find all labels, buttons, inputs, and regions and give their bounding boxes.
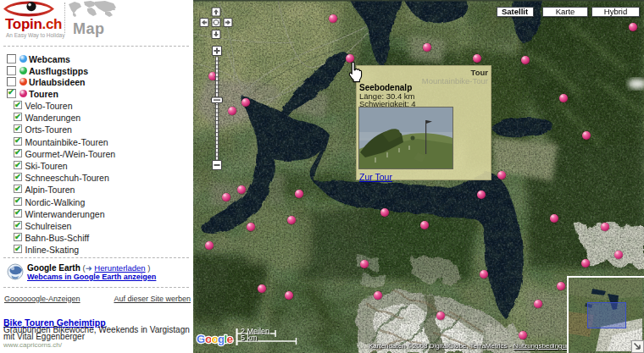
svg-text:5 km: 5 km [241, 334, 258, 342]
svg-text:G: G [197, 333, 206, 345]
svg-text:e: e [227, 333, 234, 345]
